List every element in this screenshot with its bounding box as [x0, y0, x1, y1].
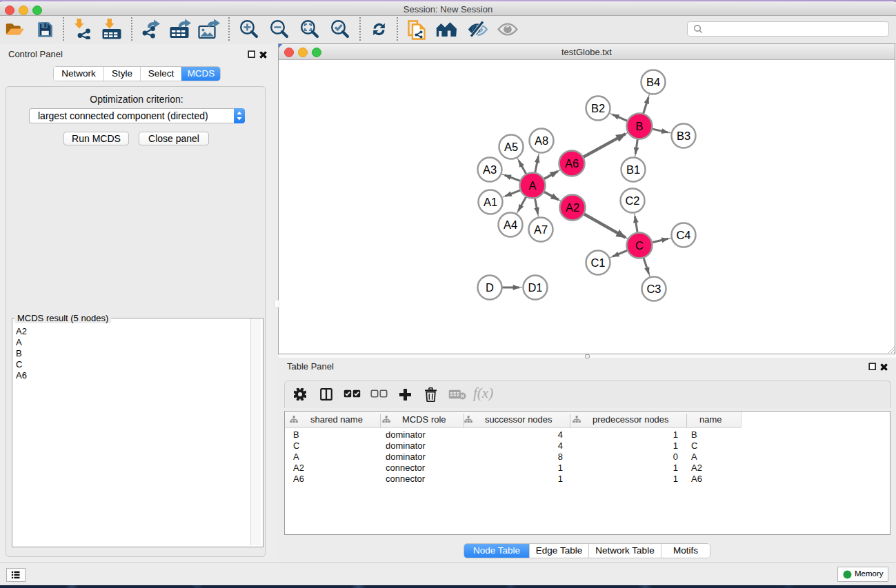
svg-text:A3: A3 — [483, 163, 497, 176]
svg-text:A8: A8 — [535, 134, 548, 147]
svg-text:A4: A4 — [504, 219, 517, 231]
svg-text:B: B — [635, 120, 643, 132]
svg-text:A1: A1 — [484, 196, 497, 208]
svg-text:A7: A7 — [534, 223, 548, 236]
svg-text:B4: B4 — [646, 76, 660, 88]
svg-text:A5: A5 — [504, 141, 518, 153]
svg-text:C3: C3 — [646, 283, 661, 295]
svg-text:A6: A6 — [565, 157, 579, 170]
svg-text:C: C — [635, 239, 644, 252]
svg-text:C2: C2 — [625, 194, 639, 207]
svg-text:A2: A2 — [566, 201, 579, 214]
svg-text:B1: B1 — [626, 163, 640, 176]
svg-text:C4: C4 — [676, 229, 690, 241]
svg-text:D1: D1 — [528, 281, 542, 294]
svg-text:D: D — [486, 281, 494, 294]
svg-text:B3: B3 — [677, 130, 690, 142]
svg-text:C1: C1 — [590, 256, 605, 269]
svg-text:A: A — [528, 179, 536, 192]
svg-text:B2: B2 — [591, 102, 605, 114]
